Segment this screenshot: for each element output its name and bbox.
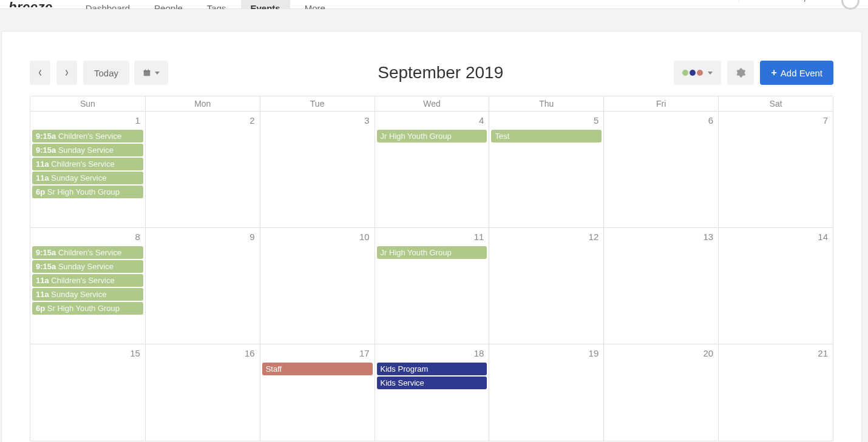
calendar-day[interactable]: 4Jr High Youth Group [375,112,489,227]
nav-links: DashboardPeopleTagsEventsMore [76,0,335,9]
nav-item-dashboard[interactable]: Dashboard [76,0,140,9]
calendar-day[interactable]: 16 [145,344,260,441]
day-number: 15 [32,346,144,362]
event-name: Sunday Service [58,262,114,271]
event-item[interactable]: 9:15a Children's Service [32,130,143,142]
calendar-day[interactable]: 18Kids ProgramKids Service [375,344,489,441]
event-name: Jr High Youth Group [381,132,452,141]
nav-item-events[interactable]: Events [241,0,290,9]
today-button[interactable]: Today [83,61,129,85]
event-item[interactable]: 9:15a Sunday Service [32,144,143,156]
calendar-icon [143,69,151,77]
chevron-right-icon [64,69,69,76]
event-item[interactable]: Staff [262,363,373,375]
calendar-day[interactable]: 20 [603,344,718,441]
event-item[interactable]: 6p Sr High Youth Group [32,302,143,315]
event-name: Staff [266,364,282,373]
day-number: 14 [720,229,832,246]
day-header: Sun [30,96,145,111]
day-number: 5 [490,113,602,129]
calendar-weeks: 19:15a Children's Service9:15a Sunday Se… [30,111,833,441]
event-item[interactable]: 9:15a Children's Service [32,246,143,259]
event-name: Sunday Service [51,173,106,182]
event-item[interactable]: Kids Program [377,363,487,375]
day-number: 3 [262,113,373,129]
event-item[interactable]: Jr High Youth Group [377,246,487,259]
nav-item-tags[interactable]: Tags [197,0,236,9]
calendar-day[interactable]: 6 [603,112,718,227]
day-header: Wed [375,96,489,111]
event-item[interactable]: Jr High Youth Group [377,130,487,142]
svg-rect-5 [148,69,149,70]
prev-button[interactable] [30,61,50,85]
event-item[interactable]: 11a Sunday Service [32,288,143,301]
event-name: Jr High Youth Group [381,248,452,257]
event-name: Kids Program [381,364,429,373]
day-header: Mon [145,96,260,111]
calendar-day[interactable]: 13 [603,228,718,344]
event-name: Sr High Youth Group [47,304,120,313]
day-number: 6 [605,113,717,129]
day-number: 13 [605,229,717,246]
day-number: 16 [147,346,259,362]
day-number: 12 [490,229,602,246]
calendar-day[interactable]: 15 [30,344,145,441]
event-name: Children's Service [58,248,121,257]
day-number: 19 [490,346,602,362]
event-time: 11a [36,276,51,285]
search-input[interactable] [760,0,833,2]
calendar-day[interactable]: 2 [145,112,260,227]
event-item[interactable]: 11a Children's Service [32,158,143,170]
event-time: 9:15a [36,132,58,141]
calendar-day[interactable]: 9 [145,228,260,344]
nav-item-more[interactable]: More [295,0,335,9]
calendar-day[interactable]: 11Jr High Youth Group [375,228,489,344]
calendar-day[interactable]: 10 [260,228,375,344]
day-number: 2 [147,113,259,129]
plus-icon: + [771,67,776,78]
add-event-label: Add Event [781,68,822,78]
calendar-week: 19:15a Children's Service9:15a Sunday Se… [30,111,833,227]
date-picker-button[interactable] [134,61,168,85]
day-number: 21 [720,346,832,362]
next-button[interactable] [56,61,77,85]
add-event-button[interactable]: + Add Event [760,61,833,85]
filter-dot-red [697,70,703,76]
gear-icon [735,67,746,78]
event-item[interactable]: Test [491,130,602,142]
event-item[interactable]: 9:15a Sunday Service [32,260,143,273]
event-time: 9:15a [36,146,58,155]
event-item[interactable]: 11a Sunday Service [32,172,143,184]
calendar-day[interactable]: 3 [260,112,375,227]
calendar-day[interactable]: 7 [718,112,833,227]
svg-rect-3 [144,70,151,72]
calendar-day[interactable]: 17Staff [260,344,375,441]
event-name: Sr High Youth Group [47,187,120,196]
chevron-down-icon [708,72,713,75]
event-time: 9:15a [36,248,58,257]
calendar-toolbar: Today September 2019 + Add Event [30,61,833,85]
avatar[interactable] [841,0,860,10]
calendar-grid: SunMonTueWedThuFriSat 19:15a Children's … [30,96,833,441]
settings-button[interactable] [727,61,754,85]
calendar-day[interactable]: 5Test [489,112,603,227]
calendar-day[interactable]: 19 [489,344,603,441]
calendar-day[interactable]: 21 [718,344,833,441]
event-item[interactable]: 6p Sr High Youth Group [32,186,143,198]
event-name: Kids Service [381,378,424,387]
event-time: 11a [36,290,51,299]
event-item[interactable]: Kids Service [377,377,487,389]
day-header: Fri [603,96,718,111]
event-time: 6p [36,304,47,313]
nav-item-people[interactable]: People [144,0,192,9]
event-name: Children's Service [58,132,121,141]
event-name: Children's Service [51,159,114,169]
event-time: 6p [36,187,47,196]
calendar-day[interactable]: 14 [718,228,833,344]
event-item[interactable]: 11a Children's Service [32,274,143,287]
top-nav: breeze DashboardPeopleTagsEventsMore [0,0,868,9]
svg-rect-4 [145,69,146,70]
calendar-day[interactable]: 89:15a Children's Service9:15a Sunday Se… [30,228,145,344]
calendar-day[interactable]: 12 [489,228,603,344]
calendar-day[interactable]: 19:15a Children's Service9:15a Sunday Se… [30,112,145,227]
